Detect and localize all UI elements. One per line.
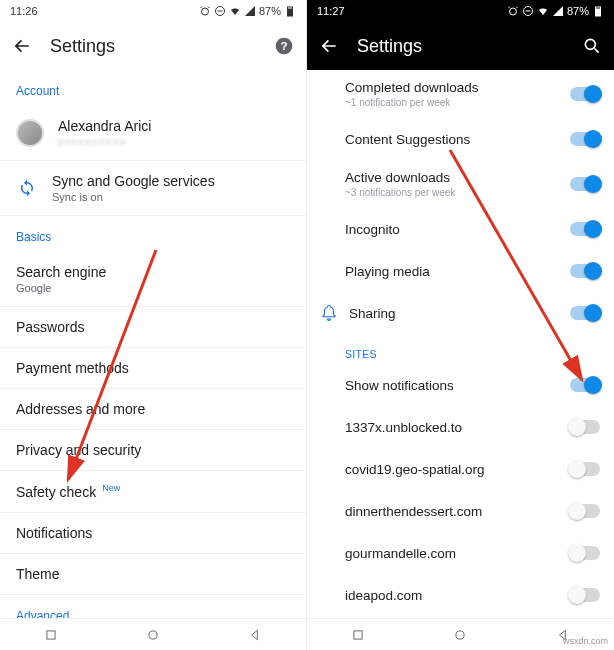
battery-icon: [592, 5, 604, 17]
toggle[interactable]: [570, 504, 600, 518]
back-icon[interactable]: [12, 36, 32, 56]
svg-point-14: [456, 630, 464, 638]
status-time: 11:26: [10, 5, 38, 17]
page-title: Settings: [50, 36, 256, 57]
svg-rect-3: [288, 9, 293, 17]
dnd-icon: [214, 5, 226, 17]
sync-label: Sync and Google services: [52, 173, 290, 189]
status-bar: 11:26 87%: [0, 0, 306, 22]
search-engine-row[interactable]: Search engineGoogle: [0, 252, 306, 307]
svg-rect-13: [354, 630, 362, 638]
row-sub: ~1 notification per week: [345, 97, 560, 108]
page-title: Settings: [357, 36, 564, 57]
status-icons: 87%: [199, 5, 296, 17]
svg-rect-11: [596, 9, 601, 17]
addresses-label: Addresses and more: [16, 401, 290, 417]
passwords-label: Passwords: [16, 319, 290, 335]
status-icons: 87%: [507, 5, 604, 17]
toggle[interactable]: [570, 306, 600, 320]
site-row[interactable]: 1337x.unblocked.to: [307, 406, 614, 448]
watermark: wsxdn.com: [563, 636, 608, 646]
alarm-icon: [507, 5, 519, 17]
sharing-row[interactable]: Sharing: [307, 292, 614, 334]
section-basics: Basics: [0, 216, 306, 252]
battery-pct: 87%: [259, 5, 281, 17]
status-bar: 11:27 87%: [307, 0, 614, 22]
user-row[interactable]: Alexandra Arici • • • • • • • • • •: [0, 106, 306, 161]
phone-right: 11:27 87% Settings Completed downloads~1…: [307, 0, 614, 650]
row-sub: ~3 notifications per week: [345, 187, 560, 198]
toggle[interactable]: [570, 420, 600, 434]
completed-downloads-row[interactable]: Completed downloads~1 notification per w…: [307, 70, 614, 118]
section-advanced: Advanced: [0, 595, 306, 618]
sync-sub: Sync is on: [52, 191, 290, 203]
svg-text:?: ?: [280, 39, 287, 52]
playing-media-row[interactable]: Playing media: [307, 250, 614, 292]
signal-icon: [244, 5, 256, 17]
passwords-row[interactable]: Passwords: [0, 307, 306, 348]
addresses-row[interactable]: Addresses and more: [0, 389, 306, 430]
site-label: 1337x.unblocked.to: [345, 420, 560, 435]
sites-header: SITES: [307, 334, 614, 364]
status-time: 11:27: [317, 5, 345, 17]
svg-point-12: [585, 39, 595, 49]
safety-row[interactable]: Safety checkNew: [0, 471, 306, 513]
toggle[interactable]: [570, 264, 600, 278]
wifi-icon: [537, 5, 549, 17]
toggle[interactable]: [570, 87, 600, 101]
active-downloads-row[interactable]: Active downloads~3 notifications per wee…: [307, 160, 614, 208]
site-label: ideapod.com: [345, 588, 560, 603]
header: Settings ?: [0, 22, 306, 70]
site-label: dinnerthendessert.com: [345, 504, 560, 519]
nav-home-icon[interactable]: [453, 628, 467, 642]
signal-icon: [552, 5, 564, 17]
toggle[interactable]: [570, 132, 600, 146]
battery-pct: 87%: [567, 5, 589, 17]
toggle[interactable]: [570, 378, 600, 392]
nav-bar: [0, 618, 306, 650]
back-icon[interactable]: [319, 36, 339, 56]
row-label: Sharing: [349, 306, 560, 321]
search-engine-sub: Google: [16, 282, 290, 294]
incognito-row[interactable]: Incognito: [307, 208, 614, 250]
toggle[interactable]: [570, 222, 600, 236]
new-badge: New: [102, 483, 120, 493]
content-suggestions-row[interactable]: Content Suggestions: [307, 118, 614, 160]
help-icon[interactable]: ?: [274, 36, 294, 56]
site-label: gourmandelle.com: [345, 546, 560, 561]
battery-icon: [284, 5, 296, 17]
toggle[interactable]: [570, 462, 600, 476]
nav-recent-icon[interactable]: [44, 628, 58, 642]
safety-label: Safety checkNew: [16, 483, 290, 500]
wifi-icon: [229, 5, 241, 17]
search-icon[interactable]: [582, 36, 602, 56]
toggle[interactable]: [570, 546, 600, 560]
svg-point-7: [149, 630, 157, 638]
site-row[interactable]: ideapod.com: [307, 574, 614, 616]
payment-row[interactable]: Payment methods: [0, 348, 306, 389]
nav-recent-icon[interactable]: [351, 628, 365, 642]
toggle[interactable]: [570, 588, 600, 602]
svg-rect-6: [47, 630, 55, 638]
alarm-icon: [199, 5, 211, 17]
notifications-label: Notifications: [16, 525, 290, 541]
toggle[interactable]: [570, 177, 600, 191]
show-notifications-row[interactable]: Show notifications: [307, 364, 614, 406]
row-label: Completed downloads: [345, 80, 560, 95]
notifications-row[interactable]: Notifications: [0, 513, 306, 554]
privacy-row[interactable]: Privacy and security: [0, 430, 306, 471]
bell-icon: [319, 304, 339, 322]
row-label: Show notifications: [345, 378, 560, 393]
sync-icon: [16, 179, 38, 197]
header: Settings: [307, 22, 614, 70]
nav-back-icon[interactable]: [248, 628, 262, 642]
site-row[interactable]: covid19.geo-spatial.org: [307, 448, 614, 490]
sync-row[interactable]: Sync and Google services Sync is on: [0, 161, 306, 216]
theme-row[interactable]: Theme: [0, 554, 306, 595]
site-row[interactable]: dinnerthendessert.com: [307, 490, 614, 532]
content: Account Alexandra Arici • • • • • • • • …: [0, 70, 306, 618]
svg-point-8: [509, 8, 516, 15]
payment-label: Payment methods: [16, 360, 290, 376]
site-row[interactable]: gourmandelle.com: [307, 532, 614, 574]
nav-home-icon[interactable]: [146, 628, 160, 642]
